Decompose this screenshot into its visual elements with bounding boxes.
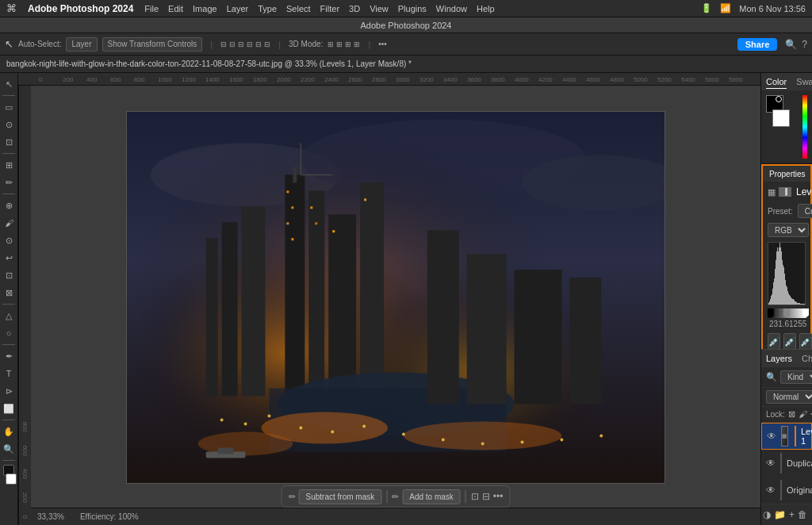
svg-point-45 [599,434,603,437]
white-point-handle[interactable] [802,308,809,318]
new-layer-button[interactable]: + [789,507,795,523]
menu-layer[interactable]: Layer [227,4,249,13]
align-mid-icon[interactable]: ⊟ [255,40,262,48]
menu-select[interactable]: Select [286,4,311,13]
help-icon[interactable]: ? [802,39,807,50]
menu-help[interactable]: Help [477,4,495,13]
share-button[interactable]: Share [737,38,778,51]
input-levels-slider[interactable] [768,308,806,318]
crop-tool[interactable]: ⊞ [1,157,17,173]
new-group-button[interactable]: 📁 [774,507,786,523]
white-point-value[interactable]: 255 [794,320,807,328]
color-panel: Color Swatches Gradients Patterns ☰ [761,73,812,164]
align-left-icon[interactable]: ⊟ [220,40,227,48]
background-color-swatch[interactable] [772,109,790,127]
midpoint-handle[interactable] [783,308,790,318]
3d-icon-4[interactable]: ⊞ [354,40,360,48]
status-bar: 33,33% Efficiency: 100% [31,508,760,525]
menu-file[interactable]: File [144,4,159,13]
history-brush[interactable]: ↩ [1,250,17,266]
pen-tool[interactable]: ✒ [1,348,17,364]
mask-settings-icon[interactable]: ⊟ [482,491,490,502]
eyedropper-tool[interactable]: ✏ [1,174,17,190]
eyedropper-white-icon[interactable]: 💉 [799,333,812,349]
layer-item-levels1[interactable]: 👁 ▦ Levels 1 [761,423,812,450]
menu-edit[interactable]: Edit [168,4,183,13]
canvas-row: 0 200 400 600 800 [18,86,760,525]
color-cursor[interactable] [776,96,782,102]
lock-pixels-icon[interactable]: 🖌 [799,409,807,420]
layer-select[interactable]: Layer [66,37,97,52]
menu-filter[interactable]: Filter [320,4,339,13]
lasso-tool[interactable]: ⊙ [1,117,17,132]
path-tool[interactable]: ⊳ [1,383,17,399]
layer-visibility-levels1[interactable]: 👁 [767,430,776,443]
gradient-tool[interactable]: ⊠ [1,285,17,301]
text-tool[interactable]: T [1,366,17,381]
blur-tool[interactable]: △ [1,308,17,324]
channels-tab[interactable]: Channels [802,354,812,363]
brush-tool[interactable]: 🖌 [1,215,17,231]
more-options-button[interactable]: ••• [493,491,504,502]
menu-bar: ⌘ Adobe Photoshop 2024 File Edit Image L… [0,0,812,17]
zoom-tool[interactable]: 🔍 [1,441,17,457]
black-point-value[interactable]: 23 [769,320,778,328]
marquee-tool[interactable]: ▭ [1,99,17,115]
layer-item-original[interactable]: 👁 Original [761,477,812,504]
menu-window[interactable]: Window [436,4,467,13]
menu-view[interactable]: View [370,4,389,13]
align-bottom-icon[interactable]: ⊟ [264,40,270,48]
shape-tool[interactable]: ⬜ [1,400,17,416]
ruler-mark: 2400 [324,76,348,83]
delete-layer-button[interactable]: 🗑 [798,507,807,523]
swatches-tab[interactable]: Swatches [796,75,812,88]
canvas-image[interactable] [126,111,665,484]
hand-tool[interactable]: ✋ [1,423,17,439]
eraser-tool[interactable]: ⊡ [1,267,17,283]
background-color[interactable] [6,473,17,485]
preset-select[interactable]: Custom [798,204,812,218]
move-tool[interactable]: ↖ [1,76,17,92]
eyedropper-gray-icon[interactable]: 💉 [783,333,796,349]
transform-option[interactable]: Show Transform Controls [102,37,203,52]
color-tab[interactable]: Color [766,75,787,89]
eyedropper-black-icon[interactable]: 💉 [768,333,780,349]
lock-transparency-icon[interactable]: ⊠ [788,409,795,420]
layers-kind-select[interactable]: Kind [780,370,812,384]
clone-tool[interactable]: ⊙ [1,232,17,248]
menu-plugins[interactable]: Plugins [398,4,427,13]
layer-visibility-original[interactable]: 👁 [766,484,776,496]
color-spectrum[interactable] [802,95,807,159]
align-right-icon[interactable]: ⊟ [238,40,244,48]
ruler-mark: 5800 [729,76,753,83]
subtract-mask-button[interactable]: Subtract from mask [299,489,382,504]
layer-item-duplicated[interactable]: 👁 Duplicated [761,450,812,477]
channel-select[interactable]: RGB [768,223,809,237]
3d-icon-3[interactable]: ⊞ [345,40,351,48]
blend-mode-select[interactable]: Normal [766,390,812,404]
mask-options-icon[interactable]: ⊡ [471,491,479,502]
object-select-tool[interactable]: ⊡ [1,134,17,150]
menu-image[interactable]: Image [193,4,217,13]
canvas-area[interactable]: ✏ Subtract from mask ✏ Add to mask ⊡ ⊟ •… [31,86,760,525]
midpoint-value[interactable]: 1.61 [778,320,793,328]
3d-icon-1[interactable]: ⊞ [327,40,334,48]
tool-select-icon[interactable]: ↖ [5,38,13,50]
align-center-icon[interactable]: ⊟ [229,40,236,48]
layers-tab[interactable]: Layers [766,354,792,363]
black-point-handle[interactable] [768,308,774,318]
extra-icon[interactable]: ••• [378,40,387,48]
layer-visibility-duplicated[interactable]: 👁 [766,457,776,469]
new-fill-button[interactable]: ◑ [763,507,771,523]
menu-3d[interactable]: 3D [349,4,360,13]
ruler-mark: 1000 [158,76,182,83]
3d-icon-2[interactable]: ⊞ [336,40,343,48]
dodge-tool[interactable]: ○ [1,325,17,341]
healing-tool[interactable]: ⊕ [1,197,17,213]
properties-tab[interactable]: Properties [768,168,807,180]
menu-type[interactable]: Type [258,4,277,13]
apple-logo[interactable]: ⌘ [6,2,17,14]
search-icon[interactable]: 🔍 [785,39,797,50]
align-top-icon[interactable]: ⊟ [247,40,253,48]
add-mask-button[interactable]: Add to mask [402,489,461,504]
